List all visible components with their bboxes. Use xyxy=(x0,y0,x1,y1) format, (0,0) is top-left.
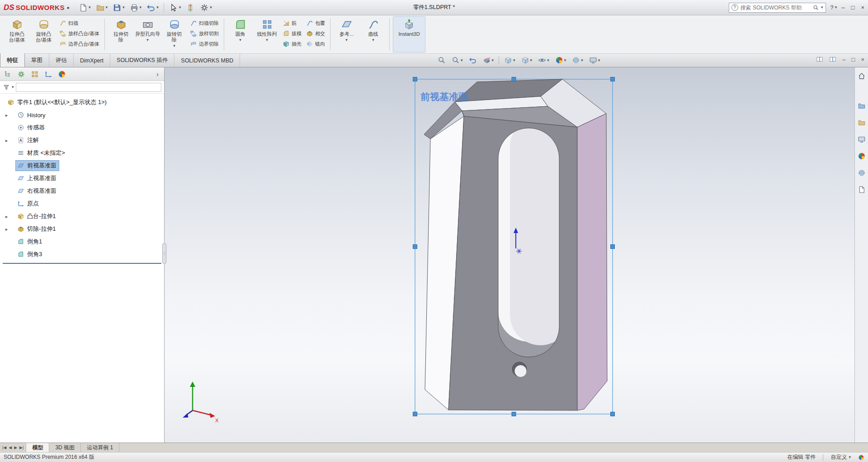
split-pane-icon[interactable] xyxy=(816,56,823,63)
rollback-bar[interactable] xyxy=(3,263,161,264)
mirror-button[interactable]: 镜向 xyxy=(304,39,327,48)
view-orientation-button[interactable]: ▾ xyxy=(503,55,516,65)
linear-pattern-button[interactable]: 线性阵列 ▾ xyxy=(254,16,280,52)
expand-arrow-icon[interactable]: ▸ xyxy=(5,214,11,219)
expand-arrow-icon[interactable]: ▸ xyxy=(5,138,11,143)
tree-item-chamfer3[interactable]: 倒角3 xyxy=(0,248,164,261)
revolved-boss-button[interactable]: 旋转凸 台/基体 xyxy=(31,16,57,52)
propertymanager-tab-icon[interactable] xyxy=(17,70,25,78)
lofted-cut-button[interactable]: 放样切割 xyxy=(188,29,221,38)
hide-show-items-button[interactable]: ▾ xyxy=(537,55,550,65)
tree-item-sensors[interactable]: 传感器 xyxy=(0,121,164,134)
next-tab-button[interactable]: ▶ xyxy=(14,445,17,450)
resources-home-button[interactable] xyxy=(857,71,867,81)
zoom-area-button[interactable]: ▾ xyxy=(451,55,464,65)
boundary-boss-button[interactable]: 边界凸台/基体 xyxy=(57,39,101,48)
custom-properties-button[interactable] xyxy=(857,185,867,195)
design-library-button[interactable] xyxy=(857,101,867,111)
tab-solidworks-mbd[interactable]: SOLIDWORKS MBD xyxy=(175,54,240,67)
options-button[interactable]: ▾ xyxy=(198,2,214,14)
reference-geometry-button[interactable]: 参考... ▾ xyxy=(334,16,359,52)
view-palette-button[interactable] xyxy=(857,134,867,144)
revolved-cut-button[interactable]: 旋转切 除 ▾ xyxy=(161,16,187,52)
apply-scene-button[interactable]: ▾ xyxy=(571,55,584,65)
instant3d-button[interactable]: Instant3D xyxy=(393,16,425,52)
doc-minimize-button[interactable]: – xyxy=(842,56,845,63)
extruded-cut-button[interactable]: 拉伸切 除 xyxy=(108,16,134,52)
rib-button[interactable]: 筋 xyxy=(281,19,303,28)
open-button[interactable]: ▾ xyxy=(94,2,110,14)
hole-wizard-button[interactable]: 异型孔向导 ▾ xyxy=(135,16,160,52)
tab-evaluate[interactable]: 评估 xyxy=(49,54,74,67)
tree-item-cut-extrude1[interactable]: ▸ 切除-拉伸1 xyxy=(0,223,164,235)
tab-features[interactable]: 特征 xyxy=(0,53,25,67)
file-explorer-button[interactable] xyxy=(857,118,867,128)
undo-button[interactable]: ▾ xyxy=(145,2,160,14)
boundary-cut-button[interactable]: 边界切除 xyxy=(188,39,221,48)
section-view-button[interactable]: ▾ xyxy=(482,55,495,65)
shell-button[interactable]: 抽壳 xyxy=(281,39,303,48)
lofted-boss-button[interactable]: 放样凸台/基体 xyxy=(57,29,101,38)
save-button[interactable]: ▾ xyxy=(111,2,127,14)
tree-filter-input[interactable] xyxy=(16,83,161,92)
fillet-button[interactable]: 圆角 ▾ xyxy=(227,16,253,52)
tree-item-front-plane[interactable]: 前视基准面 xyxy=(0,159,164,172)
doc-restore-button[interactable]: □ xyxy=(852,56,855,63)
view-settings-button[interactable]: ▾ xyxy=(588,55,601,65)
help-search-box[interactable]: ? ▾ xyxy=(729,3,826,13)
new-document-button[interactable]: ▾ xyxy=(77,2,93,14)
minimize-button[interactable]: – xyxy=(841,4,844,11)
tree-item-material[interactable]: 材质 <未指定> xyxy=(0,147,164,159)
featuremanager-tab-icon[interactable] xyxy=(4,70,12,78)
scenes-button[interactable] xyxy=(857,168,867,178)
graphics-viewport[interactable]: 前视基准面 X xyxy=(165,67,854,443)
intersect-button[interactable]: 相交 xyxy=(304,29,327,38)
curves-button[interactable]: 曲线 ▾ xyxy=(360,16,386,52)
maximize-button[interactable]: □ xyxy=(851,4,855,11)
last-tab-button[interactable]: ▶| xyxy=(19,445,24,450)
tab-solidworks-addins[interactable]: SOLIDWORKS 插件 xyxy=(110,54,175,67)
help-menu-button[interactable]: ? ▾ xyxy=(830,4,837,11)
prev-tab-button[interactable]: ◀ xyxy=(9,445,12,450)
first-tab-button[interactable]: |◀ xyxy=(2,445,6,450)
displaymanager-tab-icon[interactable] xyxy=(58,70,66,78)
doc-close-button[interactable]: × xyxy=(861,56,864,63)
tree-item-history[interactable]: ▸ History xyxy=(0,109,164,121)
tab-3d-views[interactable]: 3D 视图 xyxy=(49,443,81,452)
part-right-face[interactable] xyxy=(577,114,607,410)
previous-view-button[interactable] xyxy=(468,55,478,65)
tile-pane-icon[interactable] xyxy=(829,56,836,63)
swept-cut-button[interactable]: 扫描切除 xyxy=(188,19,221,28)
filter-arrow[interactable]: ▾ xyxy=(12,85,14,89)
draft-button[interactable]: 拔模 xyxy=(281,29,303,38)
tab-sketch[interactable]: 草图 xyxy=(25,54,49,67)
appearances-button[interactable] xyxy=(857,151,867,161)
tree-item-origin[interactable]: 原点 xyxy=(0,197,164,210)
panel-splitter-handle[interactable]: ⋮ xyxy=(162,243,166,264)
tree-item-chamfer1[interactable]: 倒角1 xyxy=(0,235,164,248)
quick-tips-icon[interactable] xyxy=(858,454,864,461)
expand-arrow-icon[interactable]: ▸ xyxy=(5,227,11,232)
tab-model[interactable]: 模型 xyxy=(26,443,49,452)
swept-boss-button[interactable]: 扫描 xyxy=(57,19,101,28)
rebuild-button[interactable] xyxy=(184,2,197,14)
tree-item-annotations[interactable]: ▸ 注解 xyxy=(0,134,164,147)
units-selector[interactable]: 自定义 ▾ xyxy=(830,453,851,461)
tree-root-part[interactable]: 零件1 (默认<<默认>_显示状态 1>) xyxy=(0,96,164,109)
expand-arrow-icon[interactable]: ▸ xyxy=(5,113,11,118)
search-scope-arrow[interactable]: ▾ xyxy=(821,5,823,10)
edit-appearance-button[interactable]: ▾ xyxy=(554,55,567,65)
extruded-boss-button[interactable]: 拉伸凸 台/基体 xyxy=(4,16,30,52)
zoom-fit-button[interactable] xyxy=(437,55,447,65)
tab-motion-study-1[interactable]: 运动算例 1 xyxy=(81,443,119,452)
search-icon[interactable] xyxy=(813,5,819,11)
dimxpertmanager-tab-icon[interactable] xyxy=(44,70,52,78)
print-button[interactable]: ▾ xyxy=(128,2,144,14)
wrap-button[interactable]: 包覆 xyxy=(304,19,327,28)
filter-funnel-icon[interactable] xyxy=(3,84,10,91)
select-tool-button[interactable]: ▾ xyxy=(167,2,183,14)
close-button[interactable]: × xyxy=(861,4,864,11)
qat-flyout-arrow[interactable]: ▸ xyxy=(67,5,70,10)
display-style-button[interactable]: ▾ xyxy=(520,55,533,65)
search-input[interactable] xyxy=(741,5,811,11)
